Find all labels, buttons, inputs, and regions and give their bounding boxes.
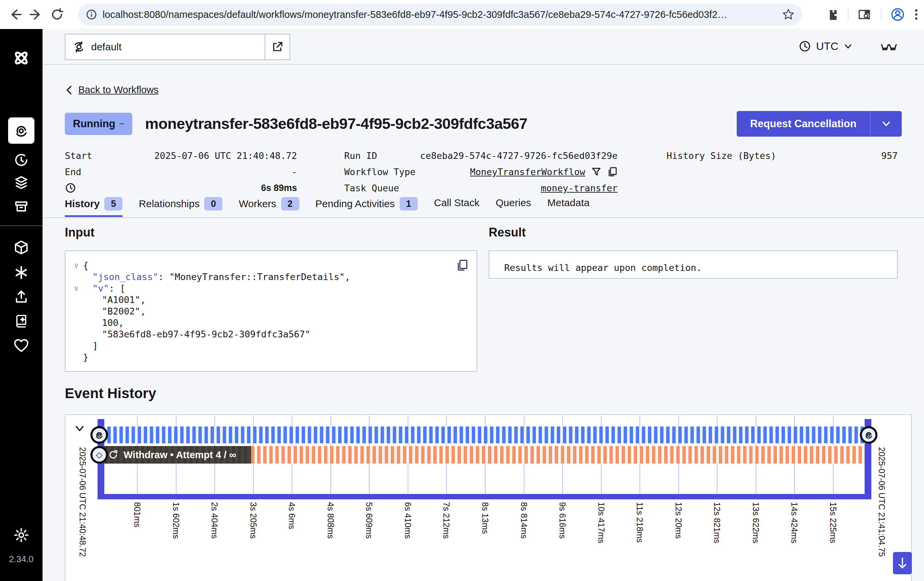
collapse-toggle[interactable]: ∨ <box>69 283 83 294</box>
input-heading: Input <box>65 225 94 239</box>
temporal-logo[interactable] <box>0 46 43 70</box>
code-text: "A1001", <box>83 294 146 306</box>
theme-toggle[interactable] <box>0 523 43 547</box>
workflow-start-marker[interactable] <box>91 426 108 444</box>
sidebar: 2.34.0 <box>0 29 43 581</box>
task-queue-link[interactable]: money-transfer <box>541 183 617 193</box>
namespace-name: default <box>91 41 122 53</box>
workflow-end-marker[interactable] <box>860 426 878 444</box>
code-text: ] <box>83 340 98 352</box>
activity-marker[interactable]: ◇ <box>91 446 108 464</box>
workflow-execution-bar[interactable] <box>101 426 869 443</box>
forward-arrow-icon <box>29 7 43 21</box>
timeline-tick-label: 6s 410ms <box>403 502 413 538</box>
sidebar-divider <box>0 225 43 226</box>
sidebar-item-nexus[interactable] <box>0 261 43 285</box>
sidebar-item-feedback[interactable] <box>0 333 43 358</box>
schedules-clock-icon <box>13 152 29 168</box>
tab-metadata[interactable]: Metadata <box>548 197 589 213</box>
namespace-current[interactable]: default <box>66 35 265 59</box>
duration-value: 6s 89ms <box>261 183 297 193</box>
browser-toolbar-right <box>825 0 919 29</box>
sidebar-item-docs[interactable] <box>0 309 43 333</box>
tab-queries[interactable]: Queries <box>496 197 531 213</box>
code-text: "B2002", <box>83 306 146 317</box>
layers-icon <box>13 175 30 191</box>
extensions-icon[interactable] <box>825 8 839 21</box>
input-panel: ∨{"json_class": "MoneyTransfer::Transfer… <box>65 250 477 372</box>
sidebar-item-deployments[interactable] <box>0 236 43 260</box>
timeline-collapse-toggle[interactable] <box>73 422 86 435</box>
sidebar-item-export[interactable] <box>0 285 43 309</box>
tab-label: Workers <box>239 198 276 210</box>
browser-forward-button[interactable] <box>26 4 46 25</box>
tab-workers[interactable]: Workers2 <box>239 197 299 215</box>
code-gutter <box>69 306 83 317</box>
cancellation-menu-toggle[interactable] <box>871 111 902 137</box>
code-gutter <box>69 317 83 328</box>
namespace-open-button[interactable] <box>265 35 290 59</box>
browser-reload-button[interactable] <box>46 4 68 25</box>
timeline-tick-label: 14s 424ms <box>789 502 799 543</box>
temporal-logo-icon <box>12 49 31 68</box>
code-text: 100, <box>83 317 124 328</box>
filter-icon[interactable] <box>591 167 601 177</box>
address-bar[interactable]: localhost:8080/namespaces/default/workfl… <box>78 4 802 25</box>
copy-icon[interactable] <box>607 167 617 177</box>
run-id-label: Run ID <box>344 150 377 161</box>
main-area: default UTC Back to Workflows Running <box>43 29 924 581</box>
tab-pending-activities[interactable]: Pending Activities1 <box>315 197 418 215</box>
tab-relationships[interactable]: Relationships0 <box>139 197 223 215</box>
chevron-down-icon <box>843 41 853 51</box>
tab-history[interactable]: History5 <box>65 197 122 217</box>
status-badge: Running ~ <box>65 113 132 135</box>
code-gutter <box>69 294 83 306</box>
profile-icon[interactable] <box>890 7 905 22</box>
timeline-tick-label: 7s 212ms <box>441 502 451 538</box>
tab-label: Queries <box>496 197 531 208</box>
workflow-marker-icon <box>94 430 104 440</box>
external-link-icon <box>271 41 284 53</box>
sidebar-item-archival[interactable] <box>0 194 43 219</box>
sidebar-item-schedules[interactable] <box>0 148 43 172</box>
namespace-select[interactable]: default <box>65 34 290 60</box>
code-gutter <box>69 352 83 363</box>
scroll-to-bottom-button[interactable] <box>893 552 912 574</box>
tab-call-stack[interactable]: Call Stack <box>434 197 480 213</box>
site-info-icon[interactable] <box>86 9 97 20</box>
status-spinner: ~ <box>119 119 124 129</box>
workflow-type-link[interactable]: MoneyTransferWorkflow <box>470 167 585 177</box>
sidebar-item-workflows[interactable] <box>8 117 35 144</box>
browser-back-button[interactable] <box>5 4 26 25</box>
workflow-header: Running ~ moneytransfer-583e6fd8-eb97-4f… <box>65 111 902 137</box>
run-id-value: ce8eba29-574c-4727-9726-fc56ed03f29e <box>420 150 617 161</box>
labs-toggle[interactable] <box>880 34 898 59</box>
collapse-toggle[interactable]: ∨ <box>69 260 83 271</box>
book-sparkle-icon <box>13 314 29 329</box>
tabs-row: History5Relationships0Workers2Pending Ac… <box>65 197 589 218</box>
heart-icon <box>13 338 30 353</box>
request-cancellation-label[interactable]: Request Cancellation <box>737 111 871 137</box>
timeline-tick-label: 8s 13ms <box>480 502 490 534</box>
timeline-tick-label: 801ms <box>132 502 142 527</box>
timeline-tick-label: 4s 6ms <box>287 502 297 529</box>
activity-retry-bar[interactable] <box>251 446 865 464</box>
code-line: "B2002", <box>69 306 470 317</box>
history-size-label: History Size (Bytes) <box>667 150 776 161</box>
timezone-select[interactable]: UTC <box>799 34 853 59</box>
sidebar-item-namespaces[interactable] <box>0 171 43 195</box>
timeline-tick-label: 10s 417ms <box>596 502 606 543</box>
copy-icon[interactable] <box>456 259 469 271</box>
back-to-workflows-link[interactable]: Back to Workflows <box>65 84 158 96</box>
timeline-tick-label: 3s 205ms <box>248 502 258 538</box>
glasses-icon <box>880 40 898 53</box>
request-cancellation-button[interactable]: Request Cancellation <box>737 111 902 137</box>
browser-menu-icon[interactable] <box>914 8 919 21</box>
bookmark-star-icon[interactable] <box>782 8 795 21</box>
tab-search-icon[interactable] <box>857 8 872 21</box>
code-line: "A1001", <box>69 294 470 306</box>
code-line: } <box>69 352 470 363</box>
timeline-tick-label: 12s 821ms <box>712 502 722 543</box>
activity-label-bar[interactable]: Withdraw • Attempt 4 / ∞ <box>101 446 251 464</box>
tab-label: Call Stack <box>434 197 480 208</box>
